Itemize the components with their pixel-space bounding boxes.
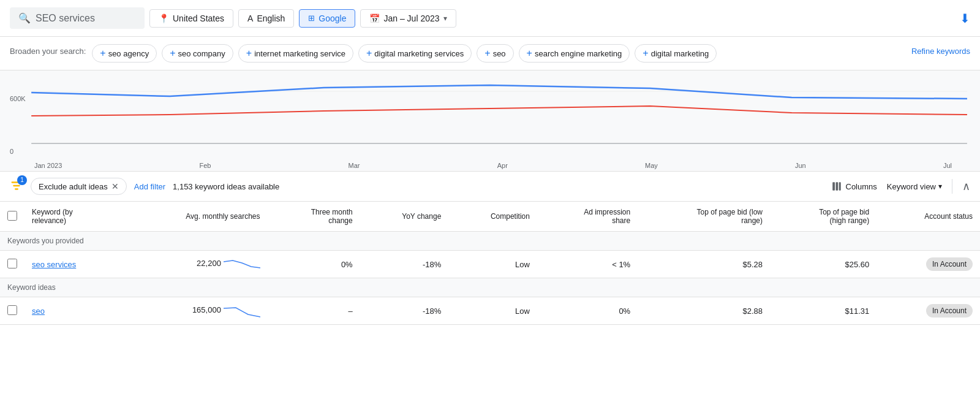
broaden-chip-3[interactable]: +digital marketing services <box>358 44 472 63</box>
chip-label: seo company <box>178 49 225 58</box>
top-bid-high-cell-2: $11.31 <box>770 297 876 325</box>
search-text: SEO services <box>36 13 95 24</box>
vertical-separator <box>952 179 952 194</box>
col-avg-monthly: Avg. monthly searches <box>121 202 267 232</box>
collapse-button[interactable]: ∧ <box>962 180 970 193</box>
plus-icon: + <box>246 48 252 59</box>
platform-label: Google <box>318 13 346 23</box>
table-header: Keyword (byrelevance) Avg. monthly searc… <box>0 202 980 232</box>
mini-chart-icon <box>224 257 260 272</box>
chevron-down-icon: ▾ <box>443 14 447 23</box>
avg-monthly-cell: 22,200 <box>121 251 267 278</box>
row-checkbox-cell-2[interactable] <box>0 297 24 325</box>
download-button[interactable]: ⬇ <box>960 11 970 26</box>
plus-icon: + <box>484 48 490 59</box>
platform-icon: ⊞ <box>308 13 315 23</box>
keyword-count: 1,153 keyword ideas available <box>173 182 279 191</box>
x-label-apr: Apr <box>497 162 508 169</box>
select-all-checkbox[interactable] <box>7 211 17 221</box>
chip-label: seo agency <box>108 49 149 58</box>
broaden-chip-4[interactable]: +seo <box>477 44 513 63</box>
three-month-cell: 0% <box>268 251 360 278</box>
keyword-cell-2[interactable]: seo <box>24 297 121 325</box>
row-checkbox[interactable] <box>7 259 17 268</box>
date-range-filter[interactable]: 📅 Jan – Jul 2023 ▾ <box>360 9 456 28</box>
language-filter[interactable]: A English <box>238 9 294 28</box>
x-label-mar: Mar <box>349 162 360 169</box>
location-filter[interactable]: 📍 United States <box>149 9 233 28</box>
svg-rect-5 <box>839 182 840 191</box>
keyword-view-label: Keyword view <box>887 182 936 191</box>
broaden-chip-0[interactable]: +seo agency <box>92 44 157 63</box>
right-controls: Columns Keyword view ▾ ∧ <box>831 179 971 194</box>
yoy-cell: -18% <box>360 251 449 278</box>
x-label-jul: Jul <box>943 162 952 169</box>
top-bid-low-cell: $5.28 <box>638 251 770 278</box>
broaden-chip-1[interactable]: +seo company <box>162 44 233 63</box>
exclude-adult-pill[interactable]: Exclude adult ideas ✕ <box>31 178 127 195</box>
plus-icon: + <box>100 48 105 59</box>
chip-label: digital marketing services <box>374 49 464 58</box>
col-account-status: Account status <box>876 202 980 232</box>
row-checkbox-cell[interactable] <box>0 251 24 278</box>
table-container: Keyword (byrelevance) Avg. monthly searc… <box>0 202 980 325</box>
svg-rect-4 <box>835 182 838 191</box>
columns-label: Columns <box>846 182 877 191</box>
col-three-month: Three monthchange <box>268 202 360 232</box>
date-range-label: Jan – Jul 2023 <box>383 13 439 23</box>
search-box[interactable]: 🔍 SEO services <box>10 7 145 29</box>
top-bid-low-cell-2: $2.88 <box>638 297 770 325</box>
columns-button[interactable]: Columns <box>831 181 877 192</box>
search-icon: 🔍 <box>18 12 31 24</box>
col-competition: Competition <box>448 202 537 232</box>
chip-label: internet marketing service <box>254 49 345 58</box>
broaden-chip-2[interactable]: +internet marketing service <box>238 44 353 63</box>
keywords-table: Keyword (byrelevance) Avg. monthly searc… <box>0 202 980 325</box>
broaden-chips: +seo agency+seo company+internet marketi… <box>92 44 905 63</box>
keyword-link-2[interactable]: seo <box>32 306 45 316</box>
refine-keywords-link[interactable]: Refine keywords <box>911 44 970 56</box>
x-label-may: May <box>645 162 658 169</box>
section-provided-row: Keywords you provided <box>0 232 980 251</box>
platform-filter[interactable]: ⊞ Google <box>299 9 355 28</box>
section-provided-label: Keywords you provided <box>0 232 980 251</box>
plus-icon: + <box>527 48 532 59</box>
header-bar: 🔍 SEO services 📍 United States A English… <box>0 0 980 37</box>
broaden-chip-6[interactable]: +digital marketing <box>635 44 717 63</box>
chip-label: search engine marketing <box>535 49 622 58</box>
row-checkbox-2[interactable] <box>7 305 17 315</box>
competition-cell-2: Low <box>448 297 537 325</box>
remove-exclude-filter-button[interactable]: ✕ <box>111 181 119 191</box>
col-yoy: YoY change <box>360 202 449 232</box>
svg-rect-3 <box>832 182 835 191</box>
keyword-cell[interactable]: seo services <box>24 251 121 278</box>
location-icon: 📍 <box>159 13 169 23</box>
top-bid-high-cell: $25.60 <box>770 251 876 278</box>
x-label-jun: Jun <box>795 162 806 169</box>
account-status-cell: In Account <box>876 251 980 278</box>
plus-icon: + <box>170 48 175 59</box>
chip-label: seo <box>493 49 506 58</box>
ad-impression-cell: < 1% <box>537 251 638 278</box>
in-account-badge: In Account <box>926 257 973 271</box>
x-label-jan: Jan 2023 <box>34 162 62 169</box>
select-all-header[interactable] <box>0 202 24 232</box>
keyword-view-button[interactable]: Keyword view ▾ <box>887 182 942 191</box>
exclude-pill-label: Exclude adult ideas <box>39 182 108 191</box>
table-row: seo 165,000 – -18% Low 0% $2.88 $11.31 I… <box>0 297 980 325</box>
account-status-cell-2: In Account <box>876 297 980 325</box>
dropdown-arrow-icon: ▾ <box>938 182 942 191</box>
col-top-bid-high: Top of page bid(high range) <box>770 202 876 232</box>
avg-monthly-value: 22,200 <box>197 259 221 268</box>
mini-chart-icon-2 <box>224 303 260 318</box>
filter-button[interactable]: 1 <box>10 179 23 194</box>
filter-bar: 1 Exclude adult ideas ✕ Add filter 1,153… <box>0 172 980 202</box>
three-month-cell-2: – <box>268 297 360 325</box>
competition-cell: Low <box>448 251 537 278</box>
keyword-link[interactable]: seo services <box>32 260 76 269</box>
location-label: United States <box>173 13 224 23</box>
broaden-chip-5[interactable]: +search engine marketing <box>519 44 630 63</box>
add-filter-button[interactable]: Add filter <box>134 182 165 191</box>
section-ideas-row: Keyword ideas <box>0 278 980 297</box>
chart-area: 600K 0 Jan 2023 Feb Mar Apr May Jun Jul <box>0 70 980 172</box>
